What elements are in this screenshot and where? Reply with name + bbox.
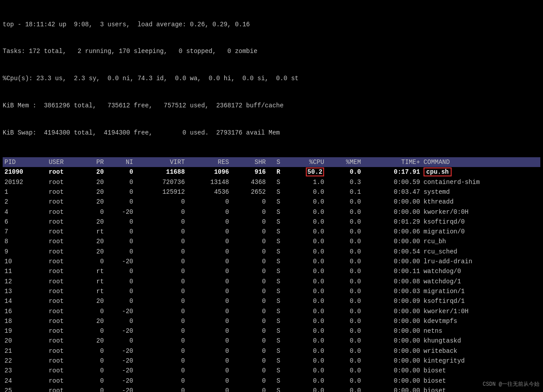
header-line-5: KiB Swap: 4194300 total, 4194300 free, 0… [3, 128, 540, 137]
table-row: 21090root200116881096916R50.20.00:17.91c… [3, 167, 540, 177]
col-pr: PR [84, 157, 106, 167]
header-line-2: Tasks: 172 total, 2 running, 170 sleepin… [3, 47, 540, 56]
col-virt: VIRT [135, 157, 187, 167]
table-row: 6root200000S0.00.00:01.29ksoftirqd/0 [3, 217, 540, 227]
col-res: RES [187, 157, 231, 167]
table-row: 24root0-20000S0.00.00:00.00bioset [3, 376, 540, 386]
process-list: 21090root200116881096916R50.20.00:17.91c… [3, 167, 540, 392]
header-line-3: %Cpu(s): 23.3 us, 2.3 sy, 0.0 ni, 74.3 i… [3, 74, 540, 83]
watermark: CSDN @一往无前从今始 [483, 381, 539, 388]
table-row: 21root0-20000S0.00.00:00.00writeback [3, 346, 540, 356]
table-row: 9root200000S0.00.00:00.54rcu_sched [3, 247, 540, 257]
col-time: TIME+ [363, 157, 422, 167]
col-ni: NI [106, 157, 135, 167]
table-row: 20root200000S0.00.00:00.00khungtaskd [3, 336, 540, 346]
table-row: 13rootrt0000S0.00.00:00.03migration/1 [3, 286, 540, 296]
col-shr: SHR [231, 157, 268, 167]
terminal-window: top - 18:11:42 up 9:08, 3 users, load av… [3, 2, 540, 392]
table-row: 12rootrt0000S0.00.00:00.08watchdog/1 [3, 277, 540, 286]
col-user: USER [47, 157, 84, 167]
col-cpu: %CPU [282, 157, 326, 167]
col-pid: PID [3, 157, 47, 167]
table-row: 23root0-20000S0.00.00:00.00bioset [3, 366, 540, 376]
table-row: 20192root200720736131484368S1.00.30:00.5… [3, 177, 540, 187]
table-row: 14root200000S0.00.00:00.09ksoftirqd/1 [3, 296, 540, 306]
table-row: 8root200000S0.00.00:00.00rcu_bh [3, 237, 540, 246]
table-row: 10root0-20000S0.00.00:00.00lru-add-drain [3, 257, 540, 266]
col-mem: %MEM [326, 157, 363, 167]
table-row: 25root0-20000S0.00.00:00.00bioset [3, 386, 540, 392]
header-section: top - 18:11:42 up 9:08, 3 users, load av… [3, 2, 540, 155]
table-row: 11rootrt0000S0.00.00:00.11watchdog/0 [3, 266, 540, 276]
table-row: 16root0-20000S0.00.00:00.00kworker/1:0H [3, 306, 540, 316]
header-line-1: top - 18:11:42 up 9:08, 3 users, load av… [3, 20, 540, 29]
header-row: PID USER PR NI VIRT RES SHR S %CPU %MEM … [3, 157, 540, 167]
col-command: COMMAND [422, 157, 540, 167]
table-row: 19root0-20000S0.00.00:00.00netns [3, 326, 540, 336]
table-header: PID USER PR NI VIRT RES SHR S %CPU %MEM … [3, 157, 540, 167]
table-row: 4root0-20000S0.00.00:00.00kworker/0:0H [3, 207, 540, 217]
table-row: 7rootrt0000S0.00.00:00.06migration/0 [3, 227, 540, 237]
header-line-4: KiB Mem : 3861296 total, 735612 free, 75… [3, 101, 540, 110]
table-row: 22root0-20000S0.00.00:00.00kintegrityd [3, 356, 540, 366]
process-table: PID USER PR NI VIRT RES SHR S %CPU %MEM … [3, 157, 540, 392]
col-s: S [267, 157, 282, 167]
table-row: 1root20012591245362652S0.00.10:03.47syst… [3, 187, 540, 197]
table-row: 18root200000S0.00.00:00.00kdevtmpfs [3, 316, 540, 326]
table-row: 2root200000S0.00.00:00.00kthreadd [3, 197, 540, 207]
